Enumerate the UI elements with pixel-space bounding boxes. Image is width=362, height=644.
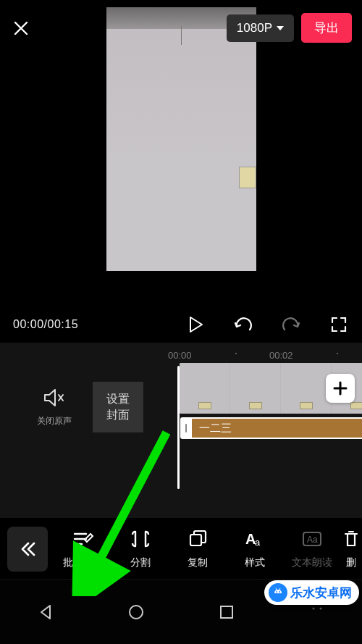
style-icon: Aa xyxy=(244,529,266,549)
redo-button[interactable] xyxy=(281,314,301,335)
export-button[interactable]: 导出 xyxy=(301,13,352,43)
collapse-toolbar-button[interactable] xyxy=(7,527,48,572)
clip-thumb xyxy=(230,363,281,414)
time-display: 00:00/00:15 xyxy=(13,318,78,331)
play-button[interactable] xyxy=(185,314,206,335)
mute-icon xyxy=(43,388,66,408)
svg-line-12 xyxy=(276,588,277,590)
nav-recent-button[interactable] xyxy=(209,598,245,627)
svg-text:Aa: Aa xyxy=(307,535,318,545)
fullscreen-icon xyxy=(330,316,348,333)
duration: 00:15 xyxy=(48,318,79,330)
tool-label: 样式 xyxy=(245,556,265,569)
svg-rect-7 xyxy=(221,606,232,618)
android-icon xyxy=(269,583,287,602)
mute-label: 关闭原声 xyxy=(37,415,72,427)
redo-icon xyxy=(282,317,300,333)
tool-tts[interactable]: Aa 文本朗读 xyxy=(284,529,341,569)
ruler-dot xyxy=(235,353,237,354)
batch-edit-icon xyxy=(72,529,94,549)
tool-label: 分割 xyxy=(130,556,151,569)
delete-icon xyxy=(343,529,359,549)
chevron-down-icon xyxy=(277,26,284,30)
plus-icon xyxy=(332,380,348,396)
fullscreen-button[interactable] xyxy=(329,314,349,335)
dots-icon xyxy=(310,605,324,619)
resolution-label: 1080P xyxy=(237,21,272,35)
square-recent-icon xyxy=(218,603,235,621)
tool-label: 删 xyxy=(346,556,356,569)
clip-thumb xyxy=(281,363,332,414)
split-icon xyxy=(130,529,151,549)
tool-label: 复制 xyxy=(188,556,208,569)
text-clip[interactable]: 一二三 xyxy=(190,417,362,439)
brand-label: 乐水安卓网 xyxy=(290,585,352,601)
time-ruler[interactable]: 00:00 00:02 xyxy=(0,350,362,364)
nav-home-button[interactable] xyxy=(118,598,154,627)
tool-batch-edit[interactable]: 批量编辑 xyxy=(55,529,112,569)
tool-split[interactable]: 分割 xyxy=(112,529,169,569)
text-clip-label: 一二三 xyxy=(199,422,232,435)
add-clip-button[interactable] xyxy=(326,374,355,403)
undo-icon xyxy=(234,317,253,333)
tts-icon: Aa xyxy=(301,529,323,549)
close-icon xyxy=(12,20,30,37)
close-button[interactable] xyxy=(10,17,32,39)
svg-line-13 xyxy=(279,588,280,590)
circle-home-icon xyxy=(127,603,145,621)
playback-controls: 00:00/00:15 xyxy=(0,306,362,343)
clip-handle-left[interactable] xyxy=(180,417,192,439)
chevrons-left-icon xyxy=(18,540,37,558)
set-cover-button[interactable]: 设置 封面 xyxy=(93,382,143,432)
svg-point-10 xyxy=(276,591,277,593)
tool-label: 文本朗读 xyxy=(292,556,332,569)
svg-point-9 xyxy=(319,607,321,609)
tool-copy[interactable]: 复制 xyxy=(169,529,227,569)
brand-watermark: 乐水安卓网 xyxy=(264,580,359,605)
svg-point-6 xyxy=(130,606,143,619)
bottom-toolbar: 批量编辑 分割 复制 Aa 样式 Aa 文本朗读 xyxy=(0,518,362,579)
svg-rect-1 xyxy=(190,535,201,545)
current-time: 00:00 xyxy=(13,318,44,330)
play-icon xyxy=(188,316,203,333)
undo-button[interactable] xyxy=(233,314,253,335)
mute-button[interactable] xyxy=(43,388,66,411)
tool-delete[interactable]: 删 xyxy=(340,529,362,569)
svg-text:a: a xyxy=(255,537,261,548)
copy-icon xyxy=(188,529,208,549)
ruler-tick: 00:02 xyxy=(269,350,293,361)
svg-point-8 xyxy=(312,607,314,609)
svg-point-11 xyxy=(279,591,280,593)
playhead[interactable] xyxy=(177,366,180,489)
ruler-tick: 00:00 xyxy=(168,350,192,361)
nav-back-button[interactable] xyxy=(28,598,64,627)
ruler-dot xyxy=(337,353,338,354)
system-nav-bar: 乐水安卓网 xyxy=(0,579,362,644)
tool-label: 批量编辑 xyxy=(63,556,104,569)
triangle-back-icon xyxy=(37,603,54,621)
clip-thumb xyxy=(180,363,230,414)
resolution-selector[interactable]: 1080P xyxy=(227,14,294,42)
tool-style[interactable]: Aa 样式 xyxy=(227,529,284,569)
